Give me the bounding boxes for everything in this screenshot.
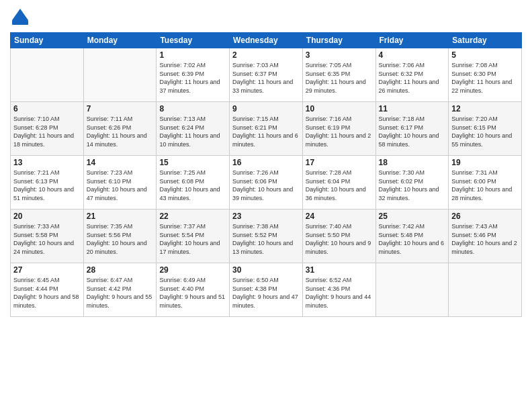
day-info: Sunrise: 7:35 AM Sunset: 5:56 PM Dayligh… [87, 222, 154, 256]
calendar-week-row: 13Sunrise: 7:21 AM Sunset: 6:13 PM Dayli… [11, 156, 522, 210]
day-number: 15 [159, 158, 226, 167]
day-info: Sunrise: 6:49 AM Sunset: 4:40 PM Dayligh… [159, 276, 226, 310]
day-number: 5 [451, 50, 519, 60]
day-number: 1 [159, 50, 226, 60]
header [10, 7, 522, 27]
calendar-cell: 3Sunrise: 7:05 AM Sunset: 6:35 PM Daylig… [302, 48, 375, 102]
day-number: 2 [232, 50, 300, 60]
day-number: 24 [306, 212, 373, 221]
calendar-cell: 9Sunrise: 7:15 AM Sunset: 6:21 PM Daylig… [230, 102, 303, 156]
day-info: Sunrise: 7:26 AM Sunset: 6:06 PM Dayligh… [232, 169, 300, 202]
calendar-cell: 26Sunrise: 7:43 AM Sunset: 5:46 PM Dayli… [449, 210, 522, 263]
calendar-cell: 14Sunrise: 7:23 AM Sunset: 6:10 PM Dayli… [83, 156, 157, 210]
day-number: 14 [87, 158, 154, 167]
calendar-cell: 25Sunrise: 7:42 AM Sunset: 5:48 PM Dayli… [375, 210, 449, 263]
day-number: 13 [13, 158, 81, 167]
day-info: Sunrise: 6:45 AM Sunset: 4:44 PM Dayligh… [13, 276, 81, 310]
calendar-week-row: 27Sunrise: 6:45 AM Sunset: 4:44 PM Dayli… [11, 263, 522, 317]
calendar-page: SundayMondayTuesdayWednesdayThursdayFrid… [0, 0, 532, 411]
day-info: Sunrise: 7:40 AM Sunset: 5:50 PM Dayligh… [306, 222, 373, 256]
day-info: Sunrise: 7:37 AM Sunset: 5:54 PM Dayligh… [159, 222, 226, 256]
day-info: Sunrise: 7:16 AM Sunset: 6:19 PM Dayligh… [306, 115, 373, 148]
day-number: 23 [232, 212, 300, 221]
day-number: 8 [159, 104, 226, 113]
day-info: Sunrise: 7:43 AM Sunset: 5:46 PM Dayligh… [451, 222, 519, 256]
day-info: Sunrise: 7:13 AM Sunset: 6:24 PM Dayligh… [159, 115, 226, 148]
day-number: 4 [379, 50, 446, 60]
day-number: 12 [451, 104, 519, 113]
calendar-cell [449, 263, 522, 317]
day-number: 16 [232, 158, 300, 167]
calendar-cell: 7Sunrise: 7:11 AM Sunset: 6:26 PM Daylig… [83, 102, 157, 156]
day-number: 31 [306, 265, 373, 275]
weekday-header: Thursday [302, 33, 375, 48]
day-number: 11 [379, 104, 446, 113]
calendar-cell: 10Sunrise: 7:16 AM Sunset: 6:19 PM Dayli… [302, 102, 375, 156]
day-number: 10 [306, 104, 373, 113]
day-number: 26 [451, 212, 519, 221]
calendar-cell [11, 48, 84, 102]
day-info: Sunrise: 7:30 AM Sunset: 6:02 PM Dayligh… [379, 169, 446, 202]
calendar-cell: 20Sunrise: 7:33 AM Sunset: 5:58 PM Dayli… [11, 210, 84, 263]
calendar-cell: 17Sunrise: 7:28 AM Sunset: 6:04 PM Dayli… [302, 156, 375, 210]
calendar-cell: 18Sunrise: 7:30 AM Sunset: 6:02 PM Dayli… [375, 156, 449, 210]
day-number: 20 [13, 212, 81, 221]
day-number: 27 [13, 265, 81, 275]
calendar-week-row: 6Sunrise: 7:10 AM Sunset: 6:28 PM Daylig… [11, 102, 522, 156]
calendar-cell: 27Sunrise: 6:45 AM Sunset: 4:44 PM Dayli… [11, 263, 84, 317]
day-info: Sunrise: 7:33 AM Sunset: 5:58 PM Dayligh… [13, 222, 81, 256]
day-number: 6 [13, 104, 81, 113]
svg-rect-1 [12, 20, 28, 25]
weekday-header: Tuesday [157, 33, 230, 48]
calendar-cell: 8Sunrise: 7:13 AM Sunset: 6:24 PM Daylig… [157, 102, 230, 156]
calendar-cell [83, 48, 157, 102]
day-info: Sunrise: 7:23 AM Sunset: 6:10 PM Dayligh… [87, 169, 154, 202]
weekday-header: Friday [375, 33, 449, 48]
calendar-cell: 12Sunrise: 7:20 AM Sunset: 6:15 PM Dayli… [449, 102, 522, 156]
day-info: Sunrise: 7:08 AM Sunset: 6:30 PM Dayligh… [451, 61, 519, 95]
day-info: Sunrise: 7:38 AM Sunset: 5:52 PM Dayligh… [232, 222, 300, 256]
calendar-cell: 30Sunrise: 6:50 AM Sunset: 4:38 PM Dayli… [230, 263, 303, 317]
svg-marker-0 [12, 9, 28, 20]
calendar-cell: 16Sunrise: 7:26 AM Sunset: 6:06 PM Dayli… [230, 156, 303, 210]
calendar-cell: 5Sunrise: 7:08 AM Sunset: 6:30 PM Daylig… [449, 48, 522, 102]
day-info: Sunrise: 7:21 AM Sunset: 6:13 PM Dayligh… [13, 169, 81, 202]
logo-icon [10, 7, 30, 27]
day-info: Sunrise: 7:06 AM Sunset: 6:32 PM Dayligh… [379, 61, 446, 95]
logo [10, 7, 32, 27]
calendar-cell: 1Sunrise: 7:02 AM Sunset: 6:39 PM Daylig… [157, 48, 230, 102]
day-number: 25 [379, 212, 446, 221]
day-number: 22 [159, 212, 226, 221]
weekday-header: Wednesday [230, 33, 303, 48]
day-info: Sunrise: 6:47 AM Sunset: 4:42 PM Dayligh… [87, 276, 154, 310]
day-info: Sunrise: 7:03 AM Sunset: 6:37 PM Dayligh… [232, 61, 300, 95]
day-info: Sunrise: 7:31 AM Sunset: 6:00 PM Dayligh… [451, 169, 519, 202]
day-info: Sunrise: 7:02 AM Sunset: 6:39 PM Dayligh… [159, 61, 226, 95]
day-info: Sunrise: 7:28 AM Sunset: 6:04 PM Dayligh… [306, 169, 373, 202]
calendar-table: SundayMondayTuesdayWednesdayThursdayFrid… [10, 32, 522, 317]
day-number: 30 [232, 265, 300, 275]
day-number: 7 [87, 104, 154, 113]
calendar-week-row: 1Sunrise: 7:02 AM Sunset: 6:39 PM Daylig… [11, 48, 522, 102]
weekday-header-row: SundayMondayTuesdayWednesdayThursdayFrid… [11, 33, 522, 48]
day-number: 3 [306, 50, 373, 60]
day-number: 18 [379, 158, 446, 167]
calendar-cell [375, 263, 449, 317]
day-info: Sunrise: 6:50 AM Sunset: 4:38 PM Dayligh… [232, 276, 300, 310]
day-number: 28 [87, 265, 154, 275]
day-info: Sunrise: 7:42 AM Sunset: 5:48 PM Dayligh… [379, 222, 446, 256]
weekday-header: Monday [83, 33, 157, 48]
day-info: Sunrise: 7:11 AM Sunset: 6:26 PM Dayligh… [87, 115, 154, 148]
calendar-cell: 31Sunrise: 6:52 AM Sunset: 4:36 PM Dayli… [302, 263, 375, 317]
day-info: Sunrise: 6:52 AM Sunset: 4:36 PM Dayligh… [306, 276, 373, 310]
day-info: Sunrise: 7:20 AM Sunset: 6:15 PM Dayligh… [451, 115, 519, 148]
day-info: Sunrise: 7:15 AM Sunset: 6:21 PM Dayligh… [232, 115, 300, 148]
calendar-cell: 4Sunrise: 7:06 AM Sunset: 6:32 PM Daylig… [375, 48, 449, 102]
calendar-cell: 24Sunrise: 7:40 AM Sunset: 5:50 PM Dayli… [302, 210, 375, 263]
day-number: 29 [159, 265, 226, 275]
calendar-week-row: 20Sunrise: 7:33 AM Sunset: 5:58 PM Dayli… [11, 210, 522, 263]
weekday-header: Saturday [449, 33, 522, 48]
calendar-cell: 13Sunrise: 7:21 AM Sunset: 6:13 PM Dayli… [11, 156, 84, 210]
calendar-cell: 28Sunrise: 6:47 AM Sunset: 4:42 PM Dayli… [83, 263, 157, 317]
weekday-header: Sunday [11, 33, 84, 48]
